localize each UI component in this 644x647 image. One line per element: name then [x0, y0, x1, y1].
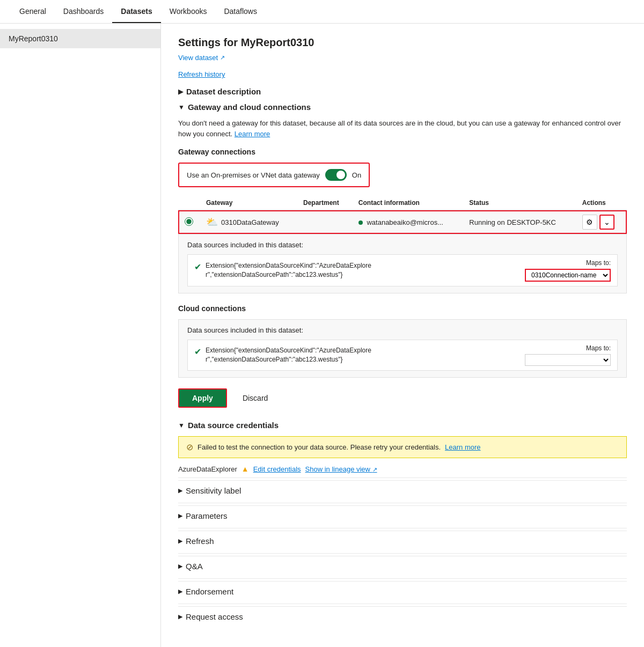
endorsement-section[interactable]: Endorsement [178, 581, 627, 601]
gateway-datasources-box: Data sources included in this dataset: ✔… [178, 234, 627, 293]
show-lineage-link[interactable]: Show in lineage view ↗ [305, 465, 377, 473]
gateway-cloud-icon: ⛅ [206, 216, 218, 228]
gateway-radio-cell[interactable] [178, 210, 200, 234]
cloud-check-icon: ✔ [194, 347, 201, 357]
cloud-maps-to-label: Maps to: [586, 344, 611, 352]
lineage-external-icon: ↗ [372, 466, 377, 473]
gateway-actions-cell: ⚙ ⌄ [576, 210, 627, 234]
refresh-section[interactable]: Refresh [178, 531, 627, 551]
status-dot [358, 220, 363, 225]
col-contact: Contact information [352, 196, 463, 210]
warning-text: Failed to test the connection to your da… [197, 443, 441, 451]
gateway-settings-btn[interactable]: ⚙ [582, 215, 597, 230]
gateway-section-header[interactable]: Gateway and cloud connections [178, 102, 627, 112]
gateway-contact-cell: watanabeaiko@micros... [352, 210, 463, 234]
nav-general[interactable]: General [11, 1, 55, 23]
refresh-arrow [178, 538, 182, 545]
gateway-arrow [178, 104, 185, 111]
qa-arrow [178, 563, 182, 570]
cloud-maps-to-cell: Maps to: [503, 344, 611, 366]
endorsement-arrow [178, 588, 182, 595]
col-radio [178, 196, 200, 210]
toggle-state: On [352, 171, 361, 179]
discard-button[interactable]: Discard [233, 389, 277, 407]
sensitivity-arrow [178, 487, 182, 494]
cloud-datasources-box: Data sources included in this dataset: ✔… [178, 319, 627, 378]
refresh-history-link[interactable]: Refresh history [178, 70, 627, 78]
cloud-datasources-title: Data sources included in this dataset: [187, 326, 618, 334]
gateway-connections-title: Gateway connections [178, 148, 627, 156]
sidebar: MyReport0310 [0, 24, 161, 647]
gateway-datasource-row: ✔ Extension{"extensionDataSourceKind":"A… [187, 254, 618, 286]
maps-to-label: Maps to: [586, 259, 611, 267]
page-title: Settings for MyReport0310 [178, 36, 627, 49]
cloud-maps-to-select[interactable] [525, 354, 611, 366]
cloud-datasource-row: ✔ Extension{"extensionDataSourceKind":"A… [187, 340, 618, 371]
gateway-toggle-box: Use an On-premises or VNet data gateway … [178, 163, 370, 187]
nav-workbooks[interactable]: Workbooks [161, 1, 216, 23]
col-actions: Actions [576, 196, 627, 210]
gateway-desc: You don't need a gateway for this datase… [178, 118, 627, 139]
gateway-status-cell: Running on DESKTOP-5KC [463, 210, 575, 234]
sensitivity-label-section[interactable]: Sensitivity label [178, 480, 627, 501]
maps-to-select[interactable]: 0310Connection-name [525, 269, 611, 282]
gateway-name-cell: ⛅ 0310DataGateway [200, 210, 297, 234]
col-gateway: Gateway [200, 196, 297, 210]
cloud-datasource-text: Extension{"extensionDataSourceKind":"Azu… [206, 346, 371, 364]
gateway-toggle[interactable] [325, 169, 347, 181]
credentials-arrow [178, 422, 185, 429]
credential-name: AzureDataExplorer [178, 465, 237, 473]
datasources-title: Data sources included in this dataset: [187, 241, 618, 249]
maps-to-cell: Maps to: 0310Connection-name [503, 259, 611, 282]
data-source-credentials-header[interactable]: Data source credentials [178, 421, 627, 430]
edit-credentials-link[interactable]: Edit credentials [253, 465, 301, 473]
parameters-section[interactable]: Parameters [178, 505, 627, 526]
layout: MyReport0310 Settings for MyReport0310 V… [0, 24, 644, 647]
dataset-description-arrow [178, 88, 183, 95]
warning-icon: ⊘ [186, 442, 193, 452]
view-dataset-link[interactable]: View dataset ↗ [178, 54, 225, 62]
qa-section[interactable]: Q&A [178, 556, 627, 576]
external-link-icon: ↗ [220, 54, 225, 61]
gateway-radio[interactable] [185, 217, 193, 226]
nav-datasets[interactable]: Datasets [112, 1, 160, 23]
warn-triangle-icon: ▲ [241, 465, 249, 473]
gateway-expand-btn[interactable]: ⌄ [599, 215, 614, 230]
action-buttons: Apply Discard [178, 388, 627, 408]
datasource-text: Extension{"extensionDataSourceKind":"Azu… [206, 261, 371, 280]
cloud-connections-title: Cloud connections [178, 304, 627, 313]
request-access-arrow [178, 613, 182, 620]
main-content: Settings for MyReport0310 View dataset ↗… [161, 24, 644, 647]
warning-box: ⊘ Failed to test the connection to your … [178, 436, 627, 458]
parameters-arrow [178, 512, 182, 519]
col-department: Department [297, 196, 352, 210]
col-status: Status [463, 196, 575, 210]
apply-button[interactable]: Apply [178, 388, 227, 408]
credential-row: AzureDataExplorer ▲ Edit credentials Sho… [178, 465, 627, 473]
gateway-table: Gateway Department Contact information S… [178, 196, 627, 234]
nav-dashboards[interactable]: Dashboards [55, 1, 113, 23]
gateway-department-cell [297, 210, 352, 234]
toggle-label: Use an On-premises or VNet data gateway [187, 171, 320, 179]
nav-dataflows[interactable]: Dataflows [215, 1, 265, 23]
sidebar-item-myreport[interactable]: MyReport0310 [0, 29, 160, 48]
cloud-connections-section: Cloud connections Data sources included … [178, 304, 627, 378]
dataset-description-header[interactable]: Dataset description [178, 87, 627, 96]
warning-learn-more-link[interactable]: Learn more [445, 443, 480, 451]
table-row: ⛅ 0310DataGateway watanabeaiko@micros...… [178, 210, 627, 234]
check-icon: ✔ [194, 262, 201, 272]
gateway-learn-more[interactable]: Learn more [235, 130, 270, 138]
request-access-section[interactable]: Request access [178, 606, 627, 627]
top-nav: General Dashboards Datasets Workbooks Da… [0, 0, 644, 24]
